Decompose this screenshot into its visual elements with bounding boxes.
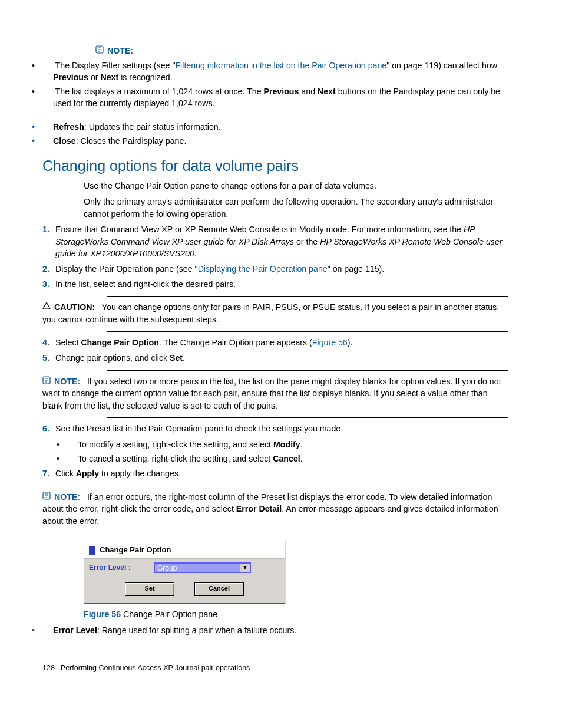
note-block-2: NOTE: If you select two or more pairs in…: [42, 375, 508, 412]
note-bullet-2: The list displays a maximum of 1,024 row…: [53, 85, 508, 110]
step-3: In the list, select and right-click the …: [42, 278, 508, 291]
text: Click: [55, 469, 76, 478]
text: and: [299, 87, 318, 96]
def-close: Close: Closes the Pairdisplay pane.: [53, 135, 508, 147]
section-heading: Changing options for data volume pairs: [42, 155, 508, 176]
divider: [107, 417, 508, 418]
substeps: To modify a setting, right-click the set…: [67, 439, 508, 465]
note-label: NOTE:: [54, 377, 80, 386]
step-5: Change pair options, and click Set.: [42, 352, 508, 364]
error-level-label: Error Level :: [89, 563, 154, 573]
text-previous: Previous: [263, 87, 299, 96]
title-marker-icon: [89, 546, 95, 555]
intro-2: Only the primary array's administrator c…: [84, 196, 508, 220]
text: To cancel a setting, right-click the set…: [78, 454, 273, 463]
def-refresh: Refresh: Updates the pair status informa…: [53, 121, 508, 133]
dialog-title-text: Change Pair Option: [100, 545, 171, 556]
text-next: Next: [318, 87, 336, 96]
note-bullet-1: The Display Filter settings (see "Filter…: [53, 60, 508, 84]
set-button[interactable]: Set: [125, 582, 174, 596]
text: " on page 119) can affect how: [386, 61, 497, 70]
divider: [107, 486, 508, 486]
step-7: Click Apply to apply the changes.: [42, 467, 508, 480]
note-block-3: NOTE: If an error occurs, the right-most…: [42, 491, 508, 528]
menu-item: Cancel: [273, 454, 300, 463]
text: The list displays a maximum of 1,024 row…: [55, 87, 264, 96]
term: Close: [53, 136, 76, 146]
def-error-level: Error Level: Range used for splitting a …: [53, 624, 508, 637]
text: To modify a setting, right-click the set…: [78, 440, 273, 449]
note-label: NOTE:: [107, 46, 133, 55]
def: : Range used for splitting a pair when a…: [97, 625, 296, 635]
text: See the Preset list in the Pair Operatio…: [55, 424, 343, 433]
text: .: [300, 454, 303, 463]
text: ).: [348, 338, 353, 347]
text: Display the Pair Operation pane (see ": [55, 264, 198, 274]
note-label: NOTE:: [54, 492, 80, 502]
link-display-pair-op[interactable]: Displaying the Pair Operation pane: [198, 264, 328, 274]
dialog-title: Change Pair Option: [84, 541, 285, 559]
divider: [107, 296, 508, 297]
text: . The Change Pair Option pane appears (: [159, 338, 312, 347]
menu-item: Modify: [273, 440, 300, 449]
error-level-dropdown[interactable]: Group ▼: [154, 562, 251, 573]
divider: [95, 116, 508, 116]
menu-item: Error Detail: [236, 504, 282, 513]
note-text: If you select two or more pairs in the l…: [42, 377, 501, 410]
figure-text: Change Pair Option pane: [121, 610, 217, 619]
page-number: 128: [42, 664, 55, 672]
def-list-2: Error Level: Range used for splitting a …: [42, 624, 508, 637]
intro-1: Use the Change Pair Option pane to chang…: [84, 180, 508, 192]
text: is recognized.: [118, 73, 172, 82]
procedure-steps-cont: Select Change Pair Option. The Change Pa…: [42, 337, 508, 364]
menu-item: Change Pair Option: [81, 338, 158, 347]
button-ref: Apply: [76, 469, 99, 478]
text-previous: Previous: [53, 73, 88, 82]
text: Ensure that Command View XP or XP Remote…: [55, 225, 464, 234]
step-1: Ensure that Command View XP or XP Remote…: [42, 223, 508, 260]
link-figure-56[interactable]: Figure 56: [312, 338, 348, 347]
text: to apply the changes.: [99, 469, 181, 478]
step-2: Display the Pair Operation pane (see "Di…: [42, 263, 508, 275]
caution-text: You can change options only for pairs in…: [42, 302, 499, 324]
divider: [107, 533, 508, 533]
cancel-button[interactable]: Cancel: [194, 582, 244, 596]
caution-label: CAUTION:: [54, 302, 95, 312]
divider: [107, 331, 508, 332]
note-icon: [42, 375, 52, 388]
dropdown-value: Group: [155, 564, 240, 572]
def: : Closes the Pairdisplay pane.: [76, 136, 187, 146]
def: : Updates the pair status information.: [84, 122, 221, 131]
page-footer: 128Performing Continuous Access XP Journ…: [42, 663, 508, 673]
procedure-steps-cont2: See the Preset list in the Pair Operatio…: [42, 423, 508, 479]
text: Change pair options, and click: [55, 353, 170, 363]
text: .: [183, 353, 185, 363]
text: or the: [294, 237, 320, 246]
step-6: See the Preset list in the Pair Operatio…: [42, 423, 508, 465]
text: " on page 115).: [328, 264, 385, 274]
caution-icon: [42, 301, 52, 314]
chapter-title: Performing Continuous Access XP Journal …: [61, 664, 250, 672]
text: .: [194, 249, 197, 258]
note-icon: [95, 45, 105, 57]
def-list: Refresh: Updates the pair status informa…: [42, 121, 508, 147]
button-ref: Set: [170, 353, 183, 363]
chevron-down-icon[interactable]: ▼: [240, 564, 250, 572]
change-pair-option-dialog: Change Pair Option Error Level : Group ▼…: [84, 541, 285, 604]
term: Refresh: [53, 122, 84, 131]
figure-number: Figure 56: [84, 610, 121, 619]
note-bullet-list: The Display Filter settings (see "Filter…: [42, 60, 508, 110]
divider: [107, 370, 508, 371]
term: Error Level: [53, 625, 97, 635]
text-next: Next: [100, 73, 118, 82]
substep-cancel: To cancel a setting, right-click the set…: [78, 453, 508, 465]
text: or: [88, 73, 101, 82]
link-filtering[interactable]: Filtering information in the list on the…: [175, 61, 386, 70]
caution-block: CAUTION: You can change options only for…: [42, 301, 508, 325]
step-4: Select Change Pair Option. The Change Pa…: [42, 337, 508, 349]
note-icon: [42, 491, 52, 503]
figure-caption: Figure 56 Change Pair Option pane: [84, 608, 508, 621]
procedure-steps: Ensure that Command View XP or XP Remote…: [42, 223, 508, 290]
text: The Display Filter settings (see ": [55, 61, 176, 70]
substep-modify: To modify a setting, right-click the set…: [78, 439, 508, 451]
